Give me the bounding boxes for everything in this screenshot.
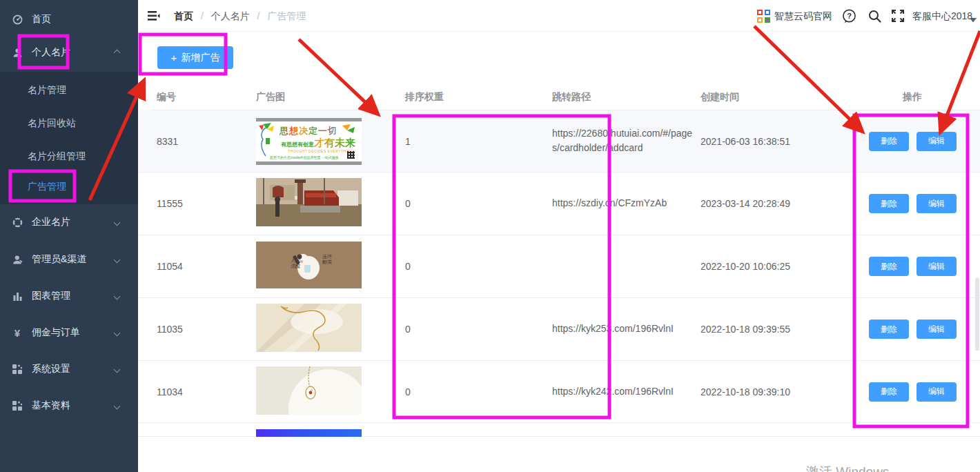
table-row: 11035 0 https://kyk253.com/196RvlnI 2022… — [138, 298, 980, 361]
chevron-down-icon — [114, 329, 121, 336]
sidebar-item-system-settings[interactable]: 系统设置 — [0, 355, 138, 383]
col-header-url: 跳转路径 — [552, 91, 591, 104]
row-created: 2022-10-18 09:39:55 — [700, 324, 790, 335]
chevron-up-icon — [114, 49, 121, 56]
chevron-down-icon — [114, 293, 121, 299]
add-ad-button[interactable]: + 新增广告 — [157, 46, 233, 69]
sidebar-submenu-personal: 名片管理 名片回收站 名片分组管理 广告管理 — [0, 72, 138, 204]
help-icon[interactable]: ? — [841, 8, 856, 23]
caret-down-icon[interactable] — [970, 13, 977, 26]
ad-image — [256, 429, 362, 437]
sidebar-item-card-recycle-bin[interactable]: 名片回收站 — [0, 106, 138, 139]
breadcrumb-separator: / — [201, 10, 204, 21]
ad-image — [256, 304, 362, 355]
plus-icon: + — [171, 52, 177, 63]
table-row-partial — [138, 424, 980, 437]
row-created: 2022-10-20 10:06:25 — [700, 261, 790, 272]
breadcrumb-personal-card[interactable]: 个人名片 — [211, 10, 250, 21]
sidebar-item-basic-info[interactable]: 基本资料 — [0, 392, 138, 420]
edit-button[interactable]: 编辑 — [917, 132, 957, 151]
sidebar-item-label: 个人名片 — [32, 46, 70, 59]
chevron-down-icon — [114, 402, 121, 409]
breadcrumb: 首页 / 个人名片 / 广告管理 — [174, 10, 306, 23]
admin-user-icon — [12, 254, 23, 265]
sidebar-item-ad-management[interactable]: 广告管理 — [0, 170, 138, 203]
user-icon — [12, 47, 23, 58]
banner-qr-code — [347, 151, 355, 159]
sidebar-item-card-group-mgmt[interactable]: 名片分组管理 — [0, 139, 138, 173]
user-menu[interactable]: 客服中心2018 — [912, 10, 972, 23]
breadcrumb-home[interactable]: 首页 — [174, 10, 193, 21]
row-url: https://22680.hutuiai.com/#/pages/cardho… — [552, 126, 696, 156]
delete-button[interactable]: 删除 — [869, 194, 909, 213]
table-row: 11555 0 https://szdiy.cn/CFzmYzAb 2023-0… — [138, 173, 980, 235]
row-weight: 0 — [405, 324, 411, 335]
col-header-weight: 排序权重 — [405, 91, 444, 104]
sidebar-item-label: 管理员&渠道 — [32, 253, 86, 266]
sidebar: 首页 个人名片 名片管理 名片回收站 名片分组管理 广告管理 企业名片 — [0, 0, 138, 472]
banner-line4: 思想节的生态media共创品质智慧 一站式服务 — [270, 155, 339, 159]
col-header-actions: 操作 — [903, 91, 922, 104]
svg-text:连环: 连环 — [322, 254, 332, 259]
table-row: 8331 思想决定一切 有思想有创意才有未来 THOUGHT DECIDES E… — [138, 110, 980, 173]
sidebar-item-label: 企业名片 — [32, 216, 70, 228]
activate-windows-watermark: 激活 Windows — [806, 463, 889, 472]
ad-image — [256, 178, 362, 229]
col-header-id: 编号 — [157, 91, 176, 104]
chevron-down-icon — [114, 366, 121, 373]
ad-management-page: 首页 个人名片 名片管理 名片回收站 名片分组管理 广告管理 企业名片 — [0, 0, 980, 472]
row-weight: 0 — [405, 386, 411, 397]
delete-button[interactable]: 删除 — [869, 319, 909, 339]
row-weight: 0 — [405, 261, 411, 272]
grid-menu-icon — [12, 400, 23, 411]
sidebar-item-chart-management[interactable]: 图表管理 — [0, 282, 138, 310]
sidebar-item-label: 佣金与订单 — [32, 326, 80, 339]
banner-line3: THOUGHT DECIDES EVERYTHING — [288, 149, 353, 153]
sidebar-item-label: 基本资料 — [32, 400, 70, 412]
row-id: 11034 — [157, 386, 183, 397]
scrollbar-thumb[interactable] — [975, 277, 979, 351]
svg-text:清醒: 清醒 — [291, 264, 300, 269]
row-id: 11035 — [157, 324, 183, 335]
ad-image: 连环翻茶人间清醒 — [256, 242, 362, 291]
chevron-down-icon — [114, 256, 121, 263]
edit-button[interactable]: 编辑 — [917, 382, 957, 402]
sidebar-item-company-card[interactable]: 企业名片 — [0, 208, 138, 236]
ad-image: 思想决定一切 有思想有创意才有未来 THOUGHT DECIDES EVERYT… — [256, 118, 362, 165]
ad-image — [256, 366, 362, 417]
sidebar-item-label: 系统设置 — [32, 363, 70, 375]
sidebar-item-card-management[interactable]: 名片管理 — [0, 73, 138, 106]
edit-button[interactable]: 编辑 — [917, 257, 957, 276]
banner-line1: 思想决定一切 — [280, 125, 337, 137]
annotation-arrow-to-weight-column — [299, 39, 376, 112]
sidebar-item-home[interactable]: 首页 — [0, 6, 138, 33]
sidebar-item-label: 首页 — [32, 13, 51, 26]
edit-button[interactable]: 编辑 — [917, 319, 957, 339]
edit-button[interactable]: 编辑 — [917, 194, 957, 213]
row-id: 11555 — [157, 198, 183, 209]
sidebar-item-personal-card[interactable]: 个人名片 — [0, 39, 138, 66]
sidebar-item-commission-orders[interactable]: ¥ 佣金与订单 — [0, 319, 138, 346]
dashboard-icon — [12, 14, 23, 25]
svg-text:翻茶: 翻茶 — [322, 259, 332, 264]
fullscreen-icon[interactable] — [890, 8, 905, 23]
delete-button[interactable]: 删除 — [869, 132, 909, 151]
row-weight: 0 — [405, 198, 411, 209]
sidebar-item-admin-channel[interactable]: 管理员&渠道 — [0, 246, 138, 273]
delete-button[interactable]: 删除 — [869, 382, 909, 402]
top-header: 首页 / 个人名片 / 广告管理 智慧云码官网 ? 客服中心2018 — [138, 0, 980, 32]
delete-button[interactable]: 删除 — [869, 257, 909, 276]
row-url: https://kyk253.com/196RvlnI — [552, 322, 696, 337]
qr-logo-icon — [756, 8, 771, 23]
breadcrumb-current: 广告管理 — [267, 10, 306, 21]
row-id: 8331 — [157, 136, 178, 147]
search-icon[interactable] — [867, 8, 882, 23]
table-row: 11054 连环翻茶人间清醒 0 2022-10-20 10:06:25 删除 … — [138, 235, 980, 298]
chevron-down-icon — [114, 219, 121, 226]
bar-chart-icon — [12, 291, 23, 302]
official-site-link[interactable]: 智慧云码官网 — [774, 10, 832, 23]
svg-text:人间: 人间 — [291, 258, 300, 264]
collapse-sidebar-icon[interactable] — [146, 8, 161, 23]
add-ad-button-label: 新增广告 — [181, 52, 219, 64]
sidebar-item-label: 图表管理 — [32, 290, 70, 302]
